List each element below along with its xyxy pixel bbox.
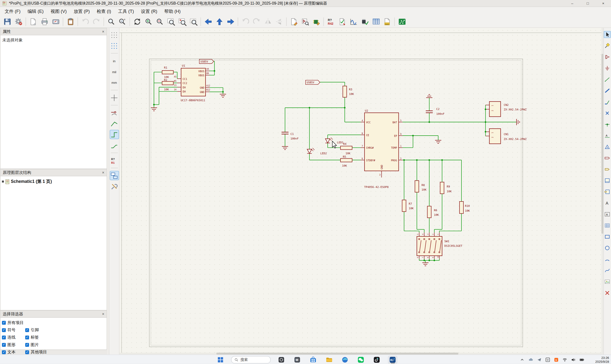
resistor-R1[interactable] xyxy=(162,70,173,74)
schematic-text[interactable]: R6 xyxy=(434,209,437,212)
schematic-text[interactable]: C1 xyxy=(290,132,294,136)
junction-dot[interactable] xyxy=(441,159,443,161)
nav-forward-button[interactable] xyxy=(225,16,236,27)
find-button[interactable] xyxy=(106,16,116,27)
arc-button[interactable] xyxy=(604,256,611,263)
wire-to-bus-entry-button[interactable] xyxy=(604,98,611,105)
junction-dot[interactable] xyxy=(416,159,418,161)
draw-wire-button[interactable] xyxy=(604,76,611,83)
schematic-text[interactable]: LED2 xyxy=(320,152,327,155)
units-inches-button[interactable]: in xyxy=(109,56,119,65)
hierarchy-close-icon[interactable]: × xyxy=(102,171,104,175)
directive-label-button[interactable] xyxy=(604,143,611,150)
checkbox-icon[interactable]: ✓ xyxy=(2,328,6,332)
junction-dot[interactable] xyxy=(485,108,486,110)
schematic-canvas[interactable]: USB5VUSB5VU1UC17-0B06F65011CC1CC2EHEHVBU… xyxy=(120,28,603,354)
schematic-text[interactable]: TEMP xyxy=(391,146,397,149)
junction-dot[interactable] xyxy=(222,91,224,92)
resistor-R3[interactable] xyxy=(343,86,347,97)
schematic-text[interactable]: 2 xyxy=(491,110,494,111)
schematic-text[interactable]: EH xyxy=(183,86,186,89)
schematic-text[interactable]: 10K xyxy=(164,88,169,91)
schematic-text[interactable]: 5 xyxy=(417,234,419,235)
taskbar-app-wechat[interactable] xyxy=(356,355,366,364)
schematic-text[interactable]: 1 xyxy=(491,105,494,106)
place-symbol-button[interactable] xyxy=(604,53,611,61)
nav-back-button[interactable] xyxy=(203,16,213,27)
schematic-text[interactable]: 3 xyxy=(427,234,429,235)
schematic-text[interactable]: 100nF xyxy=(436,112,445,116)
zoom-fit-button[interactable] xyxy=(165,16,176,27)
table-button[interactable] xyxy=(604,222,611,229)
resistor-R10[interactable] xyxy=(460,201,463,214)
tray-cloud-icon[interactable] xyxy=(528,357,533,362)
component-CN2[interactable] xyxy=(489,102,501,117)
taskbar-app-tiktok[interactable] xyxy=(372,355,381,364)
tray-chevron-icon[interactable] xyxy=(519,357,525,362)
schematic-text[interactable]: 8 xyxy=(362,132,363,135)
horizontal-scrollbar[interactable] xyxy=(120,353,603,354)
schematic-text[interactable]: 5 xyxy=(400,119,401,122)
fields-table-button[interactable] xyxy=(371,16,381,27)
zoom-selection-button[interactable] xyxy=(188,16,199,27)
schematic-text[interactable]: 1 xyxy=(491,132,494,133)
place-power-button[interactable] xyxy=(604,65,611,72)
toggle-crosshair-button[interactable] xyxy=(109,93,119,102)
tray-lang-icon[interactable]: 中 xyxy=(545,357,550,362)
filter-symbols[interactable]: ✓符号 xyxy=(2,327,25,333)
schematic-text[interactable]: R5 xyxy=(343,155,346,158)
panel-splitter[interactable] xyxy=(107,28,109,354)
schematic-text[interactable]: 10K xyxy=(409,207,413,210)
taskbar-app-file-explorer[interactable] xyxy=(324,355,334,364)
schematic-text[interactable]: CHRG# xyxy=(366,146,374,149)
schematic-text[interactable]: R2 xyxy=(164,78,167,82)
paste-button[interactable] xyxy=(65,16,76,27)
schematic-text[interactable]: R3 xyxy=(349,88,352,91)
led-LED1[interactable] xyxy=(325,139,330,143)
no-connect-flag-button[interactable] xyxy=(604,110,611,117)
schematic-text[interactable]: A12 xyxy=(206,85,210,87)
resistor-R2[interactable] xyxy=(162,81,173,85)
vertical-scrollbar-thumb[interactable] xyxy=(601,54,603,234)
schematic-text[interactable]: SW1 xyxy=(445,240,449,243)
schematic-text[interactable]: R1 xyxy=(164,66,167,69)
find-replace-button[interactable]: AB xyxy=(117,16,127,27)
zoom-in-button[interactable] xyxy=(143,16,153,27)
pcb-editor-button[interactable] xyxy=(397,16,407,27)
junction-dot[interactable] xyxy=(429,159,430,161)
schematic-text[interactable]: VBUS xyxy=(198,74,204,77)
schematic-text[interactable]: B9 xyxy=(206,72,209,75)
schematic-text[interactable]: A9 xyxy=(206,68,209,70)
vertical-scrollbar[interactable] xyxy=(601,28,603,354)
minimize-button[interactable]: – xyxy=(564,0,580,7)
import-sheet-pin-button[interactable] xyxy=(604,188,611,195)
text-button[interactable]: A xyxy=(604,200,611,207)
schematic-text[interactable]: U2 xyxy=(365,109,368,112)
nav-up-button[interactable] xyxy=(214,16,224,27)
schematic-setup-button[interactable] xyxy=(13,16,24,27)
schematic-text[interactable]: 10K xyxy=(349,92,354,96)
schematic-text[interactable]: 2 xyxy=(491,137,494,138)
tray-volume-icon[interactable] xyxy=(571,357,576,362)
power-label-text[interactable]: USB5V xyxy=(307,81,314,84)
units-millimeters-button[interactable]: mm xyxy=(109,78,119,87)
junction-dot[interactable] xyxy=(412,135,414,136)
start-button[interactable] xyxy=(216,355,225,364)
junction-dot[interactable] xyxy=(403,159,405,161)
tray-battery-icon[interactable] xyxy=(579,357,584,362)
schematic-text[interactable]: 1 xyxy=(400,145,401,147)
schematic-text[interactable]: 10K xyxy=(342,164,347,167)
annotation-visibility-button[interactable]: R?R1 xyxy=(109,156,119,165)
resistor-R5[interactable] xyxy=(340,158,352,162)
schematic-text[interactable]: ZX-XH2.54-2PWZ xyxy=(504,108,527,111)
resistor-R8[interactable] xyxy=(415,181,419,192)
schematic-text[interactable]: 10K xyxy=(465,209,470,212)
junction-dot[interactable] xyxy=(309,107,310,108)
select-button[interactable] xyxy=(604,31,611,38)
schematic-text[interactable]: EH xyxy=(183,90,186,93)
filter-wires[interactable]: ✓连线 xyxy=(2,335,25,340)
schematic-text[interactable]: LED1 xyxy=(337,141,343,144)
junction-dot[interactable] xyxy=(485,121,486,123)
menu-tools[interactable]: 工具 (T) xyxy=(115,7,137,15)
schematic-text[interactable]: A5 xyxy=(174,76,177,78)
